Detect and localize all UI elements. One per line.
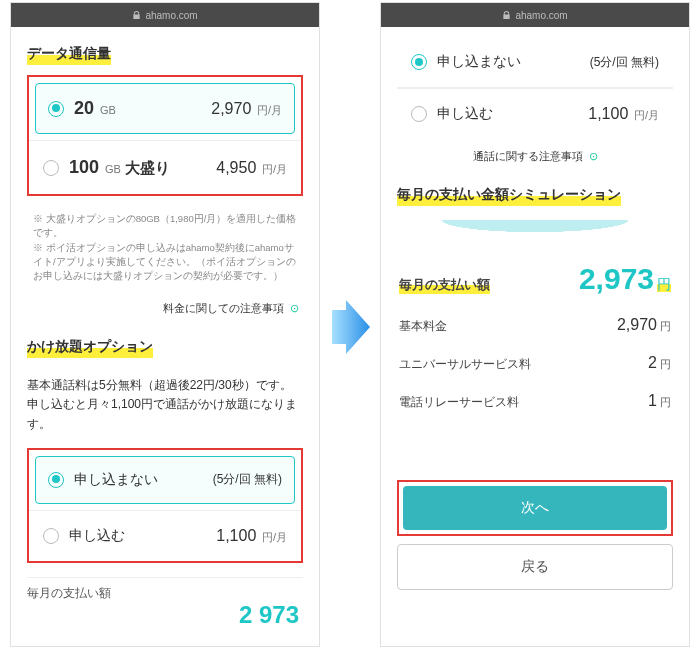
call-opt-none[interactable]: 申し込まない (5分/回 無料) [35,456,295,504]
call-opt-right: (5分/回 無料) [590,54,659,71]
plan-20gb[interactable]: 20 GB 2,970 円/月 [35,83,295,134]
plan-price: 2,970 [211,100,251,117]
url-text: ahamo.com [515,10,567,21]
call-opt-apply[interactable]: 申し込む 1,100 円/月 [29,510,301,561]
radio-icon [411,106,427,122]
lock-icon [502,11,511,20]
next-button[interactable]: 次へ [403,486,667,530]
call-opt-label: 申し込まない [437,53,521,71]
chevron-right-icon: ⊙ [589,150,598,162]
left-content: データ通信量 20 GB 2,970 円/月 100 GB大盛り 4,950 円… [11,27,319,639]
right-content: 申し込まない (5分/回 無料) 申し込む 1,100 円/月 通話に関する注意… [381,27,689,606]
radio-icon [43,160,59,176]
call-opt-label: 申し込まない [74,471,158,489]
call-opt-price: 1,100 [588,105,628,122]
sim-total-label: 毎月の支払い額 [399,276,490,294]
price-notice-link[interactable]: 料金に関しての注意事項⊙ [31,301,299,316]
monthly-peek: 2 973 [27,601,303,629]
radio-icon [411,54,427,70]
url-bar: ahamo.com [381,3,689,27]
sim-line-relay: 電話リレーサービス料 1円 [397,382,673,420]
call-notice-link[interactable]: 通話に関する注意事項⊙ [401,149,669,164]
sim-section-title: 毎月の支払い金額シミュレーション [397,184,621,206]
url-bar: ahamo.com [11,3,319,27]
call-section-title: かけ放題オプション [27,336,153,358]
call-opt-price: 1,100 [216,527,256,544]
phone-right: ahamo.com 申し込まない (5分/回 無料) 申し込む 1,100 円/… [380,2,690,647]
call-option-group-right: 申し込まない (5分/回 無料) 申し込む 1,100 円/月 [397,37,673,139]
plan-footnote: ※ 大盛りオプションの80GB（1,980円/月）を適用した価格です。 ※ ポイ… [27,204,303,291]
data-plan-group: 20 GB 2,970 円/月 100 GB大盛り 4,950 円/月 [27,75,303,196]
plan-per: 円/月 [257,104,282,116]
plan-unit: GB [105,163,121,175]
call-option-group: 申し込まない (5分/回 無料) 申し込む 1,100 円/月 [27,448,303,563]
plan-badge: 大盛り [125,159,170,176]
call-opt-label: 申し込む [69,527,125,545]
sim-line-universal: ユニバーサルサービス料 2円 [397,344,673,382]
lock-icon [132,11,141,20]
chevron-right-icon: ⊙ [290,302,299,314]
call-opt-right: (5分/回 無料) [213,471,282,488]
call-opt-none[interactable]: 申し込まない (5分/回 無料) [397,37,673,88]
monthly-label: 毎月の支払い額 [27,586,303,601]
plan-price: 4,950 [216,159,256,176]
next-button-highlight: 次へ [397,480,673,536]
plan-100gb[interactable]: 100 GB大盛り 4,950 円/月 [29,140,301,194]
sim-total-unit: 円 [657,276,671,292]
radio-icon [43,528,59,544]
radio-icon [48,101,64,117]
call-description: 基本通話料は5分無料（超過後22円/30秒）です。申し込むと月々1,100円で通… [27,376,303,434]
sim-total-value: 2,973 [579,262,654,295]
back-button[interactable]: 戻る [397,544,673,590]
arrow-right-icon [332,300,370,354]
radio-icon [48,472,64,488]
plan-unit: GB [100,104,116,116]
plan-per: 円/月 [262,163,287,175]
plan-amount: 100 [69,157,99,177]
sim-total-row: 毎月の支払い額 2,973円 [397,252,673,306]
call-opt-label: 申し込む [437,105,493,123]
call-opt-apply[interactable]: 申し込む 1,100 円/月 [397,88,673,139]
url-text: ahamo.com [145,10,197,21]
plan-amount: 20 [74,98,94,118]
wave-decoration [381,220,689,240]
phone-left: ahamo.com データ通信量 20 GB 2,970 円/月 100 GB大… [10,2,320,647]
sim-line-base: 基本料金 2,970円 [397,306,673,344]
data-section-title: データ通信量 [27,43,111,65]
